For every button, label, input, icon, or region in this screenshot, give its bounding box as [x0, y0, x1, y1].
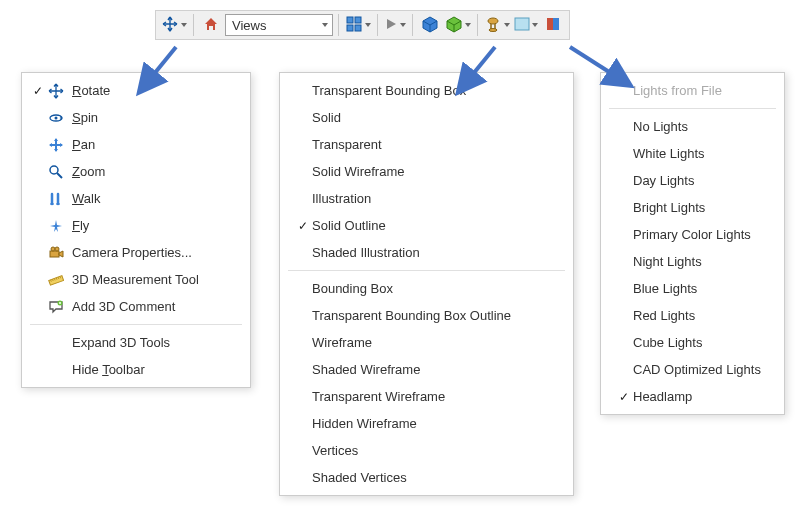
lighting-item[interactable]: Primary Color Lights [601, 221, 784, 248]
nav-menu-item[interactable]: Camera Properties... [22, 239, 250, 266]
render-mode-item[interactable]: Shaded Vertices [280, 464, 573, 491]
lighting-item[interactable]: No Lights [601, 113, 784, 140]
lamp-icon [484, 15, 502, 36]
navigation-tool-button[interactable] [160, 13, 188, 37]
render-mode-item[interactable]: Transparent Bounding Box [280, 77, 573, 104]
menu-separator [30, 324, 242, 325]
toolbar-separator [377, 14, 378, 36]
menu-item-label: 3D Measurement Tool [72, 272, 199, 287]
cross-section-button[interactable] [541, 13, 565, 37]
rotate-icon [46, 83, 66, 99]
menu-item-label: Solid Outline [312, 218, 386, 233]
lighting-item[interactable]: ✓Headlamp [601, 383, 784, 410]
lighting-item[interactable]: Night Lights [601, 248, 784, 275]
lighting-item[interactable]: Day Lights [601, 167, 784, 194]
menu-item-label: Shaded Illustration [312, 245, 420, 260]
nav-menu-item[interactable]: 3D Measurement Tool [22, 266, 250, 293]
render-mode-item[interactable]: Hidden Wireframe [280, 410, 573, 437]
nav-menu-item[interactable]: ✓Rotate [22, 77, 250, 104]
views-dropdown[interactable]: Views [225, 14, 333, 36]
menu-item-label: Blue Lights [633, 281, 697, 296]
lighting-button[interactable] [483, 13, 511, 37]
render-mode-item[interactable]: Solid Wireframe [280, 158, 573, 185]
camera-icon [46, 245, 66, 261]
dropdown-caret-icon [181, 23, 187, 27]
zoom-icon [46, 164, 66, 180]
lighting-item[interactable]: White Lights [601, 140, 784, 167]
menu-item-label: Hide Toolbar [72, 362, 145, 377]
render-mode-item[interactable]: Transparent Bounding Box Outline [280, 302, 573, 329]
menu-item-label: Headlamp [633, 389, 692, 404]
svg-point-15 [55, 247, 59, 251]
dropdown-caret-icon [504, 23, 510, 27]
lighting-item[interactable]: Cube Lights [601, 329, 784, 356]
svg-line-10 [57, 173, 62, 178]
nav-menu-item[interactable]: Spin [22, 104, 250, 131]
toolbar-separator [193, 14, 194, 36]
menu-item-label: Camera Properties... [72, 245, 192, 260]
render-mode-item[interactable]: Solid [280, 104, 573, 131]
menu-item-label: Shaded Wireframe [312, 362, 420, 377]
render-mode-button[interactable] [444, 13, 472, 37]
menu-item-label: Fly [72, 218, 89, 233]
menu-item-label: Bounding Box [312, 281, 393, 296]
render-mode-item[interactable]: Shaded Wireframe [280, 356, 573, 383]
rotate-icon [161, 15, 179, 36]
svg-point-11 [50, 203, 54, 205]
svg-rect-1 [355, 17, 361, 23]
menu-item-label: Rotate [72, 83, 110, 98]
lighting-item[interactable]: Blue Lights [601, 275, 784, 302]
render-mode-item[interactable]: Bounding Box [280, 275, 573, 302]
color-swatch-icon [514, 17, 530, 34]
dropdown-caret-icon [532, 23, 538, 27]
dropdown-caret-icon [465, 23, 471, 27]
cube-blue-icon [421, 15, 439, 36]
svg-rect-13 [50, 251, 59, 257]
lighting-menu: Lights from FileNo LightsWhite LightsDay… [600, 72, 785, 415]
background-color-button[interactable] [513, 13, 539, 37]
nav-menu-item[interactable]: Fly [22, 212, 250, 239]
nav-menu-item[interactable]: Hide Toolbar [22, 356, 250, 383]
menu-item-label: Hidden Wireframe [312, 416, 417, 431]
dropdown-caret-icon [400, 23, 406, 27]
projection-button[interactable] [418, 13, 442, 37]
model-tree-button[interactable] [344, 13, 372, 37]
nav-menu-item[interactable]: Zoom [22, 158, 250, 185]
fly-icon [46, 218, 66, 234]
render-mode-menu: Transparent Bounding BoxSolidTransparent… [279, 72, 574, 496]
svg-rect-2 [347, 25, 353, 31]
render-mode-item[interactable]: Transparent Wireframe [280, 383, 573, 410]
toolbar-separator [412, 14, 413, 36]
cross-section-icon [544, 15, 562, 36]
render-mode-item[interactable]: Wireframe [280, 329, 573, 356]
menu-item-label: Bright Lights [633, 200, 705, 215]
lighting-item[interactable]: Bright Lights [601, 194, 784, 221]
lighting-item[interactable]: Red Lights [601, 302, 784, 329]
lighting-item[interactable]: CAD Optimized Lights [601, 356, 784, 383]
menu-item-label: Transparent Bounding Box Outline [312, 308, 511, 323]
svg-point-5 [489, 28, 497, 31]
pan-icon [46, 137, 66, 153]
toolbar-separator [338, 14, 339, 36]
render-mode-item[interactable]: Vertices [280, 437, 573, 464]
nav-menu-item[interactable]: Add 3D Comment [22, 293, 250, 320]
menu-item-label: Shaded Vertices [312, 470, 407, 485]
nav-menu-item[interactable]: Pan [22, 131, 250, 158]
menu-item-label: Add 3D Comment [72, 299, 175, 314]
menu-item-label: Solid Wireframe [312, 164, 404, 179]
menu-item-label: White Lights [633, 146, 705, 161]
nav-menu-item[interactable]: Expand 3D Tools [22, 329, 250, 356]
play-animation-button[interactable] [383, 13, 407, 37]
views-dropdown-value: Views [232, 18, 266, 33]
menu-item-label: Wireframe [312, 335, 372, 350]
render-mode-item[interactable]: Shaded Illustration [280, 239, 573, 266]
svg-point-12 [56, 203, 60, 205]
menu-item-label: CAD Optimized Lights [633, 362, 761, 377]
render-mode-item[interactable]: Illustration [280, 185, 573, 212]
render-mode-item[interactable]: Transparent [280, 131, 573, 158]
menu-item-label: Spin [72, 110, 98, 125]
nav-menu-item[interactable]: Walk [22, 185, 250, 212]
menu-item-label: Expand 3D Tools [72, 335, 170, 350]
render-mode-item[interactable]: ✓Solid Outline [280, 212, 573, 239]
home-view-button[interactable] [199, 13, 223, 37]
